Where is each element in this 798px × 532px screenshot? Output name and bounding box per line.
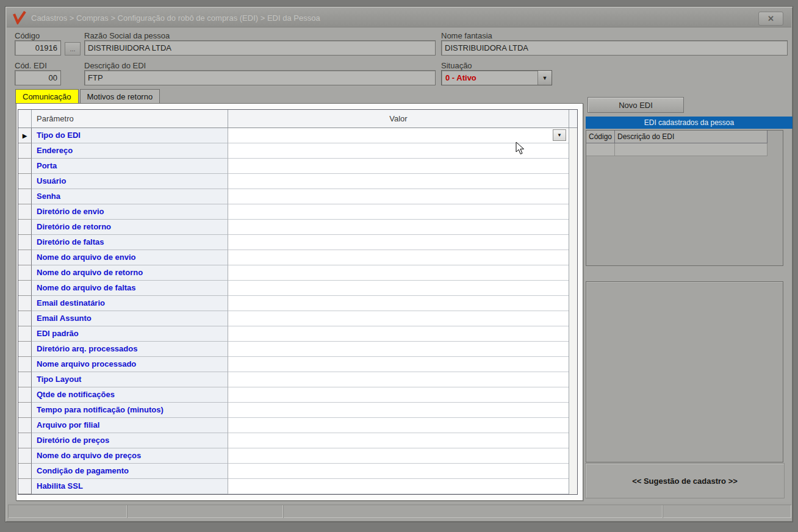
table-row[interactable]: [586, 143, 783, 156]
valor-cell[interactable]: [228, 220, 569, 235]
table-row[interactable]: Nome do arquivo de envio: [18, 250, 577, 265]
table-row[interactable]: Tipo Layout: [18, 372, 577, 387]
valor-cell[interactable]: [228, 387, 569, 403]
parametro-cell[interactable]: Diretório arq. processados: [32, 342, 228, 357]
parametro-cell[interactable]: Diretório de faltas: [32, 235, 228, 250]
valor-cell[interactable]: [228, 159, 569, 174]
parametro-cell[interactable]: Diretório de preços: [32, 433, 228, 448]
parametro-cell[interactable]: Endereço: [32, 143, 228, 159]
parametro-cell[interactable]: Tipo Layout: [32, 372, 228, 387]
situacao-select[interactable]: 0 - Ativo ▼: [441, 70, 552, 85]
parametro-cell[interactable]: Habilita SSL: [32, 479, 228, 494]
table-row[interactable]: Porta: [18, 159, 577, 174]
row-selector-cell[interactable]: [18, 174, 32, 189]
valor-cell[interactable]: [228, 372, 569, 387]
table-row[interactable]: Endereço: [18, 143, 577, 159]
row-selector-cell[interactable]: [18, 159, 32, 174]
close-button[interactable]: ✕: [758, 12, 783, 26]
table-row[interactable]: Diretório de retorno: [18, 220, 577, 235]
tab-comunica-o[interactable]: Comunicação: [15, 89, 79, 104]
valor-cell[interactable]: [228, 342, 569, 357]
table-row[interactable]: Habilita SSL: [18, 479, 577, 494]
codigo-cell[interactable]: [586, 143, 615, 156]
valor-cell[interactable]: [228, 235, 569, 250]
parametro-cell[interactable]: Nome arquivo processado: [32, 357, 228, 372]
valor-cell[interactable]: [228, 174, 569, 189]
table-row[interactable]: Nome do arquivo de preços: [18, 448, 577, 464]
row-selector-cell[interactable]: [18, 418, 32, 433]
row-selector-cell[interactable]: [18, 204, 32, 220]
descricao-edi-field[interactable]: [84, 70, 436, 85]
row-selector-cell[interactable]: ▶: [18, 128, 32, 143]
parametro-cell[interactable]: Diretório de retorno: [32, 220, 228, 235]
row-selector-cell[interactable]: [18, 250, 32, 265]
row-selector-cell[interactable]: [18, 357, 32, 372]
row-selector-cell[interactable]: [18, 342, 32, 357]
parametro-cell[interactable]: EDI padrão: [32, 326, 228, 342]
row-selector-cell[interactable]: [18, 387, 32, 403]
codigo-field[interactable]: [15, 40, 61, 56]
table-row[interactable]: Diretório arq. processados: [18, 342, 577, 357]
valor-cell[interactable]: [228, 326, 569, 342]
table-row[interactable]: Qtde de notificações: [18, 387, 577, 403]
situacao-dropdown-icon[interactable]: ▼: [537, 71, 552, 85]
row-selector-cell[interactable]: [18, 479, 32, 494]
table-row[interactable]: Condição de pagamento: [18, 464, 577, 479]
row-selector-cell[interactable]: [18, 281, 32, 296]
parametro-cell[interactable]: Porta: [32, 159, 228, 174]
valor-cell[interactable]: [228, 189, 569, 204]
valor-cell[interactable]: [228, 250, 569, 265]
row-selector-cell[interactable]: [18, 189, 32, 204]
descricao-cell[interactable]: [615, 143, 767, 156]
valor-cell[interactable]: [228, 479, 569, 494]
row-selector-cell[interactable]: [18, 403, 32, 418]
valor-cell[interactable]: [228, 296, 569, 311]
razao-social-field[interactable]: [84, 40, 436, 56]
sugestao-cadastro-button[interactable]: << Sugestão de cadastro >>: [585, 463, 785, 498]
valor-cell[interactable]: [228, 418, 569, 433]
table-row[interactable]: Diretório de preços: [18, 433, 577, 448]
row-selector-cell[interactable]: [18, 433, 32, 448]
tab-motivos-de-retorno[interactable]: Motivos de retorno: [80, 89, 160, 104]
valor-cell[interactable]: [228, 311, 569, 326]
valor-cell[interactable]: [228, 357, 569, 372]
valor-cell[interactable]: [228, 448, 569, 464]
parametro-cell[interactable]: Usuário: [32, 174, 228, 189]
parametro-cell[interactable]: Condição de pagamento: [32, 464, 228, 479]
valor-cell[interactable]: [228, 281, 569, 296]
vertical-scrollbar[interactable]: [569, 129, 577, 494]
valor-cell[interactable]: [228, 265, 569, 281]
row-selector-cell[interactable]: [18, 372, 32, 387]
table-row[interactable]: Nome arquivo processado: [18, 357, 577, 372]
row-selector-cell[interactable]: [18, 311, 32, 326]
row-selector-cell[interactable]: [18, 235, 32, 250]
parametro-cell[interactable]: Nome do arquivo de faltas: [32, 281, 228, 296]
parametro-cell[interactable]: Nome do arquivo de preços: [32, 448, 228, 464]
novo-edi-button[interactable]: Novo EDI: [588, 97, 684, 113]
parametro-cell[interactable]: Tempo para notificação (minutos): [32, 403, 228, 418]
table-row[interactable]: Arquivo por filial: [18, 418, 577, 433]
table-row[interactable]: Nome do arquivo de faltas: [18, 281, 577, 296]
table-row[interactable]: Diretório de faltas: [18, 235, 577, 250]
parametro-cell[interactable]: Email destinatário: [32, 296, 228, 311]
parametro-cell[interactable]: Email Assunto: [32, 311, 228, 326]
valor-cell[interactable]: [228, 403, 569, 418]
table-row[interactable]: Email Assunto: [18, 311, 577, 326]
table-row[interactable]: Tempo para notificação (minutos): [18, 403, 577, 418]
table-row[interactable]: ▶Tipo do EDI▼: [18, 128, 577, 143]
table-row[interactable]: Nome do arquivo de retorno: [18, 265, 577, 281]
parametro-cell[interactable]: Senha: [32, 189, 228, 204]
parametro-cell[interactable]: Tipo do EDI: [32, 128, 228, 143]
nome-fantasia-field[interactable]: [441, 40, 788, 56]
parametro-cell[interactable]: Qtde de notificações: [32, 387, 228, 403]
cod-edi-field[interactable]: [15, 70, 61, 85]
parametro-cell[interactable]: Diretório de envio: [32, 204, 228, 220]
parametro-cell[interactable]: Arquivo por filial: [32, 418, 228, 433]
parametro-cell[interactable]: Nome do arquivo de envio: [32, 250, 228, 265]
row-selector-cell[interactable]: [18, 326, 32, 342]
lookup-button[interactable]: ...: [65, 42, 81, 56]
table-row[interactable]: EDI padrão: [18, 326, 577, 342]
row-selector-cell[interactable]: [18, 143, 32, 159]
table-row[interactable]: Senha: [18, 189, 577, 204]
row-selector-cell[interactable]: [18, 464, 32, 479]
